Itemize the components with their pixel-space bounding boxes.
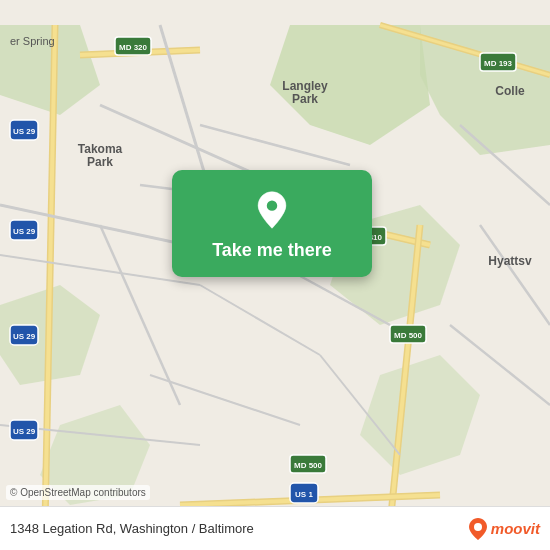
svg-text:MD 500: MD 500 [394, 331, 423, 340]
svg-text:US 29: US 29 [13, 227, 36, 236]
moovit-logo: moovit [469, 518, 540, 540]
svg-point-64 [267, 200, 277, 210]
svg-text:MD 500: MD 500 [294, 461, 323, 470]
address-text: 1348 Legation Rd, Washington / Baltimore [10, 521, 254, 536]
svg-text:US 29: US 29 [13, 332, 36, 341]
moovit-pin-icon [469, 518, 487, 540]
svg-text:er Spring: er Spring [10, 35, 55, 47]
svg-text:Park: Park [87, 155, 113, 169]
svg-text:US 29: US 29 [13, 127, 36, 136]
svg-text:Park: Park [292, 92, 318, 106]
svg-text:MD 320: MD 320 [119, 43, 148, 52]
svg-point-65 [474, 523, 482, 531]
moovit-brand-text: moovit [491, 520, 540, 537]
take-me-there-button[interactable]: Take me there [212, 240, 332, 261]
svg-text:US 29: US 29 [13, 427, 36, 436]
svg-text:Hyattsv: Hyattsv [488, 254, 532, 268]
osm-attribution: © OpenStreetMap contributors [6, 485, 150, 500]
svg-text:US 1: US 1 [295, 490, 313, 499]
svg-text:Colle: Colle [495, 84, 525, 98]
map-container: US 29 US 29 US 29 US 29 MD 320 MD 410 MD… [0, 0, 550, 550]
location-pin-icon [252, 190, 292, 230]
take-me-there-overlay[interactable]: Take me there [172, 170, 372, 277]
svg-text:MD 193: MD 193 [484, 59, 513, 68]
svg-text:Takoma: Takoma [78, 142, 123, 156]
bottom-bar: 1348 Legation Rd, Washington / Baltimore… [0, 506, 550, 550]
osm-text: © OpenStreetMap contributors [10, 487, 146, 498]
svg-text:Langley: Langley [282, 79, 328, 93]
